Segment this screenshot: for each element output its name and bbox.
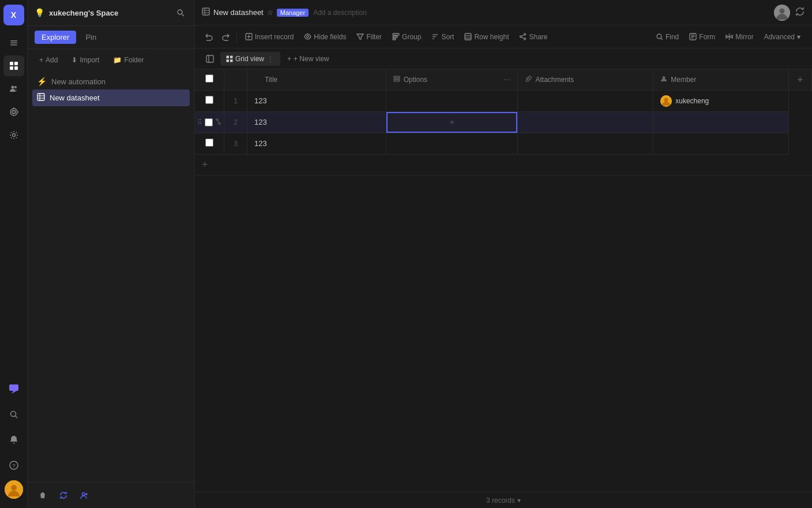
- sidebar-search-icon[interactable]: [174, 6, 187, 20]
- star-icon[interactable]: ☆: [267, 9, 273, 17]
- title-col-icon: [254, 75, 261, 84]
- row-2-member[interactable]: [653, 111, 789, 133]
- table-container[interactable]: Title: [195, 69, 812, 492]
- rail-icon-grid[interactable]: [3, 55, 24, 76]
- sync-button[interactable]: [55, 487, 72, 503]
- share-button[interactable]: Share: [514, 31, 552, 43]
- row-1-member-name: xukecheng: [675, 97, 709, 105]
- svg-rect-75: [394, 80, 400, 81]
- row-2-expand-icon[interactable]: [215, 118, 221, 126]
- trash-button[interactable]: [35, 487, 51, 503]
- topbar-sync-icon[interactable]: [795, 6, 805, 19]
- row-2-title[interactable]: 123: [247, 111, 386, 133]
- row-1-attachments[interactable]: [518, 90, 653, 111]
- select-all-checkbox[interactable]: [205, 74, 213, 83]
- undo-button[interactable]: [202, 31, 217, 43]
- row-1-member[interactable]: xukecheng: [653, 90, 789, 111]
- row-3-checkbox[interactable]: [205, 139, 213, 147]
- add-column-button[interactable]: +: [789, 69, 812, 90]
- sidebar-item-datasheet[interactable]: New datasheet: [32, 89, 190, 106]
- row-1-options[interactable]: [386, 90, 518, 111]
- folder-button[interactable]: 📁 Folder: [108, 54, 148, 66]
- sidebar-collapse-button[interactable]: [202, 51, 218, 67]
- import-button[interactable]: ⬇ Import: [67, 54, 104, 66]
- row-2-checkbox-cell: ⠿: [195, 111, 224, 133]
- svg-point-21: [11, 485, 17, 491]
- add-label: Add: [46, 56, 58, 64]
- folder-label: Folder: [124, 56, 144, 64]
- row-3-num: 3: [224, 133, 247, 154]
- rail-icon-radar[interactable]: [3, 102, 24, 122]
- row-1-checkbox[interactable]: [205, 96, 213, 104]
- filter-button[interactable]: Filter: [352, 31, 386, 43]
- hide-fields-button[interactable]: Hide fields: [299, 31, 351, 43]
- svg-rect-48: [393, 39, 396, 40]
- row-2-attachments[interactable]: [518, 111, 653, 133]
- options-add-icon[interactable]: +: [449, 117, 454, 128]
- mirror-button[interactable]: Mirror: [721, 31, 758, 43]
- sidebar-item-automation[interactable]: ⚡ New automation: [32, 73, 190, 89]
- group-button[interactable]: Group: [388, 31, 426, 43]
- group-label: Group: [402, 33, 421, 41]
- row-3-title[interactable]: 123: [247, 133, 386, 154]
- sidebar-item-automation-label: New automation: [51, 77, 106, 86]
- svg-rect-52: [465, 33, 471, 40]
- svg-point-24: [183, 77, 185, 79]
- add-row-button[interactable]: +: [195, 155, 812, 175]
- add-button[interactable]: + Add: [35, 54, 62, 66]
- row-3-member[interactable]: [653, 133, 789, 154]
- add-member-button[interactable]: [76, 487, 92, 503]
- svg-rect-46: [393, 33, 399, 35]
- folder-icon: 📁: [113, 56, 122, 64]
- rail-icon-settings[interactable]: [3, 125, 24, 145]
- row-3-attachments[interactable]: [518, 133, 653, 154]
- svg-point-25: [179, 80, 181, 81]
- col-title-header[interactable]: Title: [247, 69, 386, 90]
- rail-icon-search[interactable]: [3, 404, 24, 425]
- view-tabs: Grid view ⋮ + + New view: [195, 48, 812, 69]
- tab-grid-view[interactable]: Grid view ⋮: [220, 52, 280, 66]
- records-count[interactable]: 3 records ▾: [486, 496, 521, 505]
- table-row: ⠿ 2 123 +: [195, 111, 812, 133]
- col-options-header[interactable]: Options ⋯: [386, 69, 518, 90]
- topbar-description[interactable]: Add a description: [313, 9, 367, 17]
- svg-rect-15: [9, 384, 18, 391]
- toolbar-left: Insert record Hide fields Filter: [202, 31, 552, 43]
- col-member-header[interactable]: Member: [653, 69, 789, 90]
- advanced-label: Advanced: [764, 33, 795, 41]
- row-height-button[interactable]: Row height: [460, 31, 513, 43]
- app-logo[interactable]: X: [3, 5, 24, 25]
- row-3-options[interactable]: [386, 133, 518, 154]
- user-avatar-rail[interactable]: [5, 480, 23, 499]
- rail-icon-help[interactable]: ?: [3, 455, 24, 476]
- view-tab-kebab[interactable]: ⋮: [266, 54, 275, 64]
- form-button[interactable]: Form: [685, 31, 720, 43]
- sidebar-item-datasheet-label: New datasheet: [50, 94, 100, 102]
- find-button[interactable]: Find: [651, 31, 683, 43]
- topbar-user-avatar[interactable]: [774, 5, 790, 21]
- col-options-menu-icon[interactable]: ⋯: [503, 76, 510, 84]
- tab-explorer[interactable]: Explorer: [35, 31, 76, 44]
- row-2-checkbox[interactable]: [205, 118, 213, 126]
- select-all-checkbox-header[interactable]: [195, 69, 224, 90]
- col-attachments-header[interactable]: Attachments: [518, 69, 653, 90]
- rail-icon-chat[interactable]: [3, 379, 24, 399]
- rail-icon-people[interactable]: [3, 79, 24, 99]
- rail-icon-collapse[interactable]: [3, 32, 24, 53]
- row-1-title[interactable]: 123: [247, 90, 386, 111]
- insert-record-button[interactable]: Insert record: [240, 31, 298, 43]
- sort-button[interactable]: Sort: [427, 31, 458, 43]
- row-2-options-inner: +: [386, 112, 518, 133]
- advanced-button[interactable]: Advanced ▾: [760, 31, 805, 43]
- rail-icon-bell[interactable]: [3, 429, 24, 450]
- row-1-checkbox-cell: [195, 90, 224, 111]
- toolbar-right: Find Form Mirror Adva: [651, 31, 805, 43]
- rail-top: X: [3, 5, 24, 379]
- tab-pin[interactable]: Pin: [78, 31, 103, 44]
- row-2-drag-handle[interactable]: ⠿: [197, 118, 202, 126]
- row-2-options[interactable]: +: [386, 111, 518, 133]
- new-view-button[interactable]: + + New view: [283, 53, 334, 65]
- svg-rect-5: [10, 66, 13, 70]
- automation-icon: ⚡: [37, 77, 47, 86]
- redo-button[interactable]: [218, 31, 233, 43]
